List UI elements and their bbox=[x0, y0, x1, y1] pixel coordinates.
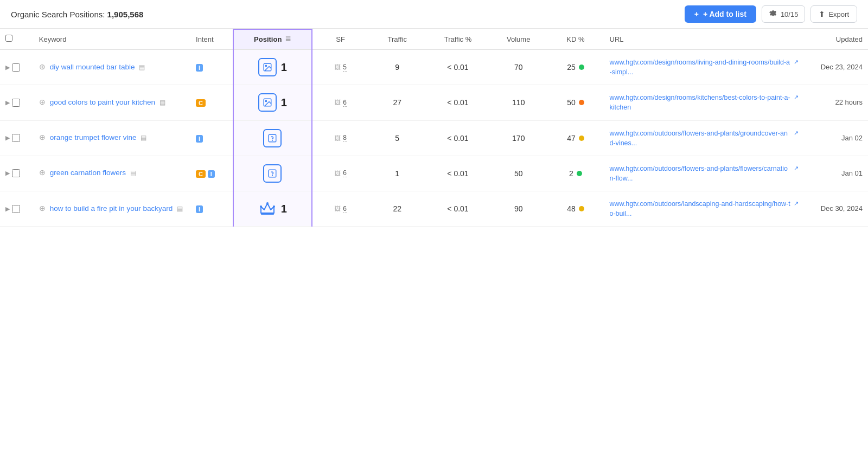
url-link[interactable]: www.hgtv.com/outdoors/landscaping-and-ha… bbox=[610, 199, 792, 218]
col-header-checkbox bbox=[0, 29, 34, 49]
keyword-add-icon[interactable]: ⊕ bbox=[39, 98, 46, 106]
kd-cell: 48 bbox=[547, 191, 604, 227]
intent-badge: C bbox=[196, 99, 206, 107]
expand-arrow[interactable]: ▶ bbox=[5, 64, 10, 71]
position-icon-image bbox=[258, 58, 277, 76]
keyword-link[interactable]: good colors to paint your kitchen bbox=[50, 98, 155, 106]
kd-dot bbox=[579, 206, 584, 211]
expand-arrow[interactable]: ▶ bbox=[5, 134, 10, 141]
sf-number: 6 bbox=[343, 205, 347, 213]
position-icon-image bbox=[258, 93, 277, 112]
top-bar: Organic Search Positions: 1,905,568 + + … bbox=[0, 0, 868, 29]
row-checkbox[interactable] bbox=[12, 134, 20, 142]
svg-point-10 bbox=[266, 202, 269, 204]
position-icon-crown bbox=[258, 199, 277, 218]
sf-cell: 🖼 6 bbox=[312, 156, 369, 191]
url-link[interactable]: www.hgtv.com/design/rooms/living-and-din… bbox=[610, 57, 792, 77]
volume-cell: 90 bbox=[490, 191, 547, 227]
keyword-add-icon[interactable]: ⊕ bbox=[39, 204, 46, 213]
position-number: 1 bbox=[281, 96, 287, 109]
kd-cell: 47 bbox=[547, 120, 604, 156]
keyword-table-icon[interactable]: ▤ bbox=[139, 63, 145, 71]
keyword-cell: ⊕ good colors to paint your kitchen ▤ bbox=[34, 85, 190, 120]
sf-cell: 🖼 5 bbox=[312, 49, 369, 85]
traffic-cell: 27 bbox=[369, 85, 426, 120]
intent-badge: I bbox=[208, 170, 215, 178]
title-count: 1,905,568 bbox=[107, 10, 144, 19]
url-link[interactable]: www.hgtv.com/design/rooms/kitchens/best-… bbox=[610, 93, 792, 112]
keyword-cell: ⊕ how to build a fire pit in your backya… bbox=[34, 191, 190, 227]
keyword-link[interactable]: how to build a fire pit in your backyard bbox=[50, 204, 173, 213]
keyword-table-icon[interactable]: ▤ bbox=[141, 134, 146, 141]
keyword-add-icon[interactable]: ⊕ bbox=[39, 62, 46, 71]
expand-arrow[interactable]: ▶ bbox=[5, 170, 10, 177]
col-header-volume: Volume bbox=[490, 29, 547, 49]
url-link[interactable]: www.hgtv.com/outdoors/flowers-and-plants… bbox=[610, 164, 792, 183]
kd-number: 48 bbox=[567, 204, 576, 213]
updated-cell: Jan 02 bbox=[804, 120, 868, 156]
add-to-list-label: + Add to list bbox=[703, 10, 746, 18]
traffic-cell: 9 bbox=[369, 49, 426, 85]
col-header-updated: Updated bbox=[804, 29, 868, 49]
kd-dot bbox=[579, 136, 584, 141]
keyword-add-icon[interactable]: ⊕ bbox=[39, 168, 46, 177]
sf-image-icon: 🖼 bbox=[334, 134, 341, 142]
keyword-cell: ⊕ green carnation flowers ▤ bbox=[34, 156, 190, 191]
expand-arrow[interactable]: ▶ bbox=[5, 99, 10, 106]
keyword-table-icon[interactable]: ▤ bbox=[159, 99, 165, 106]
url-link[interactable]: www.hgtv.com/outdoors/flowers-and-plants… bbox=[610, 128, 792, 148]
intent-badge: I bbox=[196, 135, 203, 143]
position-cell bbox=[233, 156, 312, 191]
sf-image-icon: 🖼 bbox=[334, 63, 341, 71]
row-expand-checkbox: ▶ bbox=[0, 120, 34, 156]
data-table-wrapper: Keyword Intent Position ☰ SF Traffic bbox=[0, 29, 868, 227]
add-to-list-button[interactable]: + + Add to list bbox=[685, 5, 756, 23]
row-checkbox[interactable] bbox=[12, 205, 20, 213]
row-checkbox[interactable] bbox=[12, 169, 20, 177]
keyword-link[interactable]: orange trumpet flower vine bbox=[50, 133, 137, 141]
intent-cell: C bbox=[190, 85, 233, 120]
traffic-cell: 5 bbox=[369, 120, 426, 156]
col-header-position[interactable]: Position ☰ bbox=[233, 29, 312, 49]
gear-icon bbox=[769, 10, 777, 18]
select-all-checkbox[interactable] bbox=[5, 35, 12, 42]
intent-cell: C I bbox=[190, 156, 233, 191]
actions-area: + + Add to list 10/15 ⬆ Export bbox=[685, 5, 857, 23]
table-row: ▶ ⊕ how to build a fire pit in your back… bbox=[0, 191, 868, 227]
external-link-icon: ↗ bbox=[794, 200, 799, 207]
kd-dot bbox=[577, 171, 582, 176]
sf-number: 6 bbox=[343, 99, 347, 107]
url-cell: www.hgtv.com/outdoors/flowers-and-plants… bbox=[604, 120, 804, 156]
row-checkbox[interactable] bbox=[12, 63, 20, 72]
row-checkbox[interactable] bbox=[12, 99, 20, 107]
export-icon: ⬆ bbox=[819, 10, 825, 18]
col-header-intent: Intent bbox=[190, 29, 233, 49]
keyword-add-icon[interactable]: ⊕ bbox=[39, 133, 46, 141]
settings-button[interactable]: 10/15 bbox=[762, 5, 806, 23]
volume-cell: 110 bbox=[490, 85, 547, 120]
col-header-traffic: Traffic bbox=[369, 29, 426, 49]
row-expand-checkbox: ▶ bbox=[0, 85, 34, 120]
sf-image-icon: 🖼 bbox=[334, 205, 341, 213]
sf-number: 6 bbox=[343, 169, 347, 177]
sf-cell: 🖼 6 bbox=[312, 85, 369, 120]
traffic-pct-cell: < 0.01 bbox=[426, 156, 490, 191]
volume-cell: 170 bbox=[490, 120, 547, 156]
url-cell: www.hgtv.com/outdoors/flowers-and-plants… bbox=[604, 156, 804, 191]
external-link-icon: ↗ bbox=[794, 130, 799, 137]
data-table: Keyword Intent Position ☰ SF Traffic bbox=[0, 29, 868, 227]
settings-count: 10/15 bbox=[781, 10, 799, 18]
table-row: ▶ ⊕ good colors to paint your kitchen ▤ … bbox=[0, 85, 868, 120]
table-row: ▶ ⊕ green carnation flowers ▤ C I bbox=[0, 156, 868, 191]
expand-arrow[interactable]: ▶ bbox=[5, 205, 10, 213]
svg-point-1 bbox=[265, 65, 266, 66]
keyword-link[interactable]: green carnation flowers bbox=[50, 169, 126, 177]
svg-rect-8 bbox=[261, 213, 274, 215]
export-button[interactable]: ⬆ Export bbox=[810, 5, 857, 23]
keyword-table-icon[interactable]: ▤ bbox=[177, 205, 183, 213]
keyword-table-icon[interactable]: ▤ bbox=[130, 169, 136, 177]
keyword-cell: ⊕ orange trumpet flower vine ▤ bbox=[34, 120, 190, 156]
keyword-link[interactable]: diy wall mounted bar table bbox=[50, 63, 135, 71]
intent-badge: I bbox=[196, 205, 203, 213]
traffic-pct-cell: < 0.01 bbox=[426, 49, 490, 85]
